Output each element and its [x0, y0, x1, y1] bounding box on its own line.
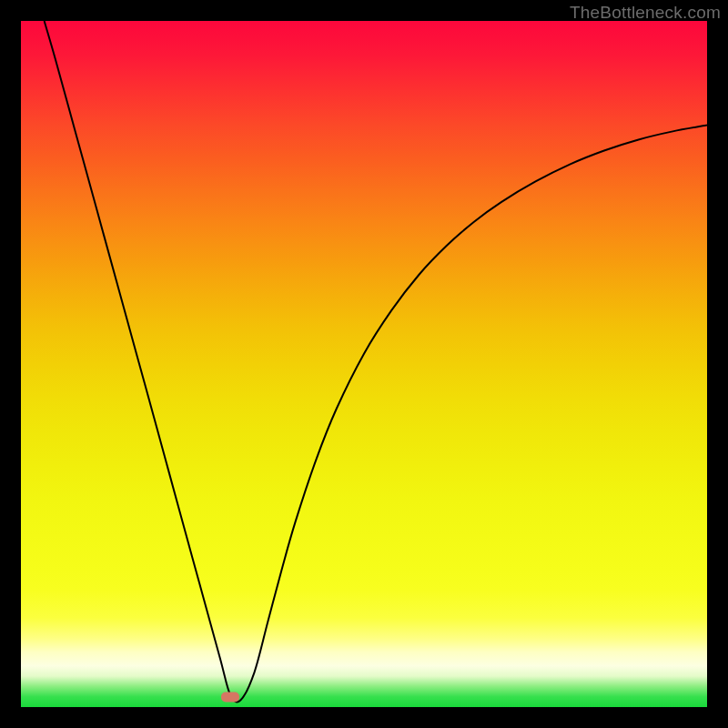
watermark-text: TheBottleneck.com	[570, 3, 721, 23]
chart-curve-layer	[21, 21, 707, 707]
bottleneck-curve	[45, 21, 707, 702]
minimum-marker	[221, 693, 239, 703]
